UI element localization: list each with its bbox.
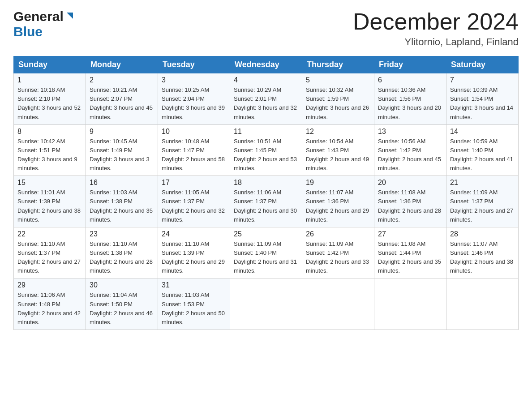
day-number: 2 <box>90 76 154 84</box>
day-info: Sunrise: 10:39 AMSunset: 1:54 PMDaylight… <box>450 86 513 120</box>
day-number: 25 <box>234 230 298 238</box>
day-number: 9 <box>90 128 154 136</box>
calendar-cell: 11 Sunrise: 10:51 AMSunset: 1:45 PMDayli… <box>230 124 302 176</box>
calendar-table: SundayMondayTuesdayWednesdayThursdayFrid… <box>13 56 519 330</box>
calendar-week-1: 1 Sunrise: 10:18 AMSunset: 2:10 PMDaylig… <box>14 73 519 125</box>
day-info: Sunrise: 11:07 AMSunset: 1:46 PMDaylight… <box>450 240 513 274</box>
day-info: Sunrise: 10:32 AMSunset: 1:59 PMDaylight… <box>306 86 369 120</box>
day-info: Sunrise: 10:25 AMSunset: 2:04 PMDaylight… <box>162 86 225 120</box>
calendar-cell: 28 Sunrise: 11:07 AMSunset: 1:46 PMDayli… <box>446 227 519 278</box>
day-number: 27 <box>378 230 442 238</box>
day-info: Sunrise: 11:10 AMSunset: 1:38 PMDaylight… <box>90 240 153 274</box>
day-number: 17 <box>162 179 226 187</box>
day-number: 12 <box>306 128 370 136</box>
day-info: Sunrise: 10:59 AMSunset: 1:40 PMDaylight… <box>450 138 513 171</box>
day-info: Sunrise: 11:10 AMSunset: 1:39 PMDaylight… <box>162 240 225 274</box>
calendar-cell: 23 Sunrise: 11:10 AMSunset: 1:38 PMDayli… <box>86 227 158 278</box>
calendar-cell <box>446 278 519 330</box>
title-area: December 2024 Ylitornio, Lapland, Finlan… <box>353 9 519 48</box>
calendar-cell: 12 Sunrise: 10:54 AMSunset: 1:43 PMDayli… <box>302 124 374 176</box>
weekday-header-thursday: Thursday <box>302 56 374 73</box>
weekday-header-tuesday: Tuesday <box>158 56 230 73</box>
day-number: 1 <box>17 76 82 84</box>
day-number: 19 <box>306 179 370 187</box>
day-number: 26 <box>306 230 370 238</box>
day-number: 11 <box>234 128 298 136</box>
day-info: Sunrise: 11:03 AMSunset: 1:53 PMDaylight… <box>162 291 225 325</box>
calendar-cell: 25 Sunrise: 11:09 AMSunset: 1:40 PMDayli… <box>230 227 302 278</box>
day-info: Sunrise: 11:10 AMSunset: 1:37 PMDaylight… <box>17 240 81 274</box>
page-header: General Blue December 2024 Ylitornio, La… <box>13 9 519 48</box>
calendar-cell: 4 Sunrise: 10:29 AMSunset: 2:01 PMDaylig… <box>230 73 302 125</box>
calendar-cell: 3 Sunrise: 10:25 AMSunset: 2:04 PMDaylig… <box>158 73 230 125</box>
calendar-cell <box>374 278 446 330</box>
weekday-header-monday: Monday <box>86 56 158 73</box>
calendar-cell: 26 Sunrise: 11:09 AMSunset: 1:42 PMDayli… <box>302 227 374 278</box>
day-info: Sunrise: 11:08 AMSunset: 1:36 PMDaylight… <box>378 189 441 223</box>
day-info: Sunrise: 11:03 AMSunset: 1:38 PMDaylight… <box>90 189 153 223</box>
logo-general-text: General <box>13 9 64 24</box>
day-number: 13 <box>378 128 442 136</box>
calendar-cell: 18 Sunrise: 11:06 AMSunset: 1:37 PMDayli… <box>230 176 302 227</box>
svg-marker-0 <box>67 13 73 19</box>
day-info: Sunrise: 10:36 AMSunset: 1:56 PMDaylight… <box>378 86 441 120</box>
calendar-cell: 5 Sunrise: 10:32 AMSunset: 1:59 PMDaylig… <box>302 73 374 125</box>
calendar-cell: 30 Sunrise: 11:04 AMSunset: 1:50 PMDayli… <box>86 278 158 330</box>
day-info: Sunrise: 10:48 AMSunset: 1:47 PMDaylight… <box>162 138 225 171</box>
calendar-cell: 29 Sunrise: 11:06 AMSunset: 1:48 PMDayli… <box>14 278 86 330</box>
day-info: Sunrise: 11:04 AMSunset: 1:50 PMDaylight… <box>90 291 153 325</box>
calendar-cell: 19 Sunrise: 11:07 AMSunset: 1:36 PMDayli… <box>302 176 374 227</box>
calendar-cell: 10 Sunrise: 10:48 AMSunset: 1:47 PMDayli… <box>158 124 230 176</box>
day-info: Sunrise: 10:54 AMSunset: 1:43 PMDaylight… <box>306 138 369 171</box>
day-number: 24 <box>162 230 226 238</box>
day-number: 15 <box>17 179 82 187</box>
weekday-header-friday: Friday <box>374 56 446 73</box>
day-info: Sunrise: 10:29 AMSunset: 2:01 PMDaylight… <box>234 86 297 120</box>
day-info: Sunrise: 10:42 AMSunset: 1:51 PMDaylight… <box>17 138 77 171</box>
weekday-header-sunday: Sunday <box>14 56 86 73</box>
logo: General Blue <box>13 9 75 39</box>
day-info: Sunrise: 11:09 AMSunset: 1:40 PMDaylight… <box>234 240 297 274</box>
day-number: 30 <box>90 281 154 289</box>
calendar-week-2: 8 Sunrise: 10:42 AMSunset: 1:51 PMDaylig… <box>14 124 519 176</box>
day-info: Sunrise: 10:45 AMSunset: 1:49 PMDaylight… <box>90 138 150 171</box>
day-number: 14 <box>450 128 515 136</box>
calendar-cell: 22 Sunrise: 11:10 AMSunset: 1:37 PMDayli… <box>14 227 86 278</box>
calendar-cell: 8 Sunrise: 10:42 AMSunset: 1:51 PMDaylig… <box>14 124 86 176</box>
day-info: Sunrise: 11:06 AMSunset: 1:48 PMDaylight… <box>17 291 81 325</box>
calendar-cell: 24 Sunrise: 11:10 AMSunset: 1:39 PMDayli… <box>158 227 230 278</box>
day-info: Sunrise: 10:21 AMSunset: 2:07 PMDaylight… <box>90 86 153 120</box>
calendar-cell: 27 Sunrise: 11:08 AMSunset: 1:44 PMDayli… <box>374 227 446 278</box>
day-number: 22 <box>17 230 82 238</box>
day-number: 4 <box>234 76 298 84</box>
calendar-week-5: 29 Sunrise: 11:06 AMSunset: 1:48 PMDayli… <box>14 278 519 330</box>
day-number: 23 <box>90 230 154 238</box>
day-number: 20 <box>378 179 442 187</box>
day-info: Sunrise: 11:09 AMSunset: 1:37 PMDaylight… <box>450 189 513 223</box>
logo-triangle-icon <box>64 11 75 22</box>
calendar-cell: 9 Sunrise: 10:45 AMSunset: 1:49 PMDaylig… <box>86 124 158 176</box>
logo-blue-text: Blue <box>13 24 43 39</box>
day-number: 31 <box>162 281 226 289</box>
calendar-cell: 15 Sunrise: 11:01 AMSunset: 1:39 PMDayli… <box>14 176 86 227</box>
calendar-cell: 1 Sunrise: 10:18 AMSunset: 2:10 PMDaylig… <box>14 73 86 125</box>
day-number: 8 <box>17 128 82 136</box>
calendar-cell <box>230 278 302 330</box>
day-number: 18 <box>234 179 298 187</box>
day-number: 6 <box>378 76 442 84</box>
day-number: 5 <box>306 76 370 84</box>
calendar-cell: 31 Sunrise: 11:03 AMSunset: 1:53 PMDayli… <box>158 278 230 330</box>
day-info: Sunrise: 11:01 AMSunset: 1:39 PMDaylight… <box>17 189 81 223</box>
day-number: 29 <box>17 281 82 289</box>
day-info: Sunrise: 10:18 AMSunset: 2:10 PMDaylight… <box>17 86 81 120</box>
calendar-cell: 13 Sunrise: 10:56 AMSunset: 1:42 PMDayli… <box>374 124 446 176</box>
day-number: 28 <box>450 230 515 238</box>
calendar-cell: 7 Sunrise: 10:39 AMSunset: 1:54 PMDaylig… <box>446 73 519 125</box>
month-title: December 2024 <box>353 9 519 34</box>
calendar-cell <box>302 278 374 330</box>
weekday-header-wednesday: Wednesday <box>230 56 302 73</box>
day-info: Sunrise: 11:05 AMSunset: 1:37 PMDaylight… <box>162 189 225 223</box>
calendar-cell: 14 Sunrise: 10:59 AMSunset: 1:40 PMDayli… <box>446 124 519 176</box>
calendar-cell: 16 Sunrise: 11:03 AMSunset: 1:38 PMDayli… <box>86 176 158 227</box>
calendar-week-4: 22 Sunrise: 11:10 AMSunset: 1:37 PMDayli… <box>14 227 519 278</box>
